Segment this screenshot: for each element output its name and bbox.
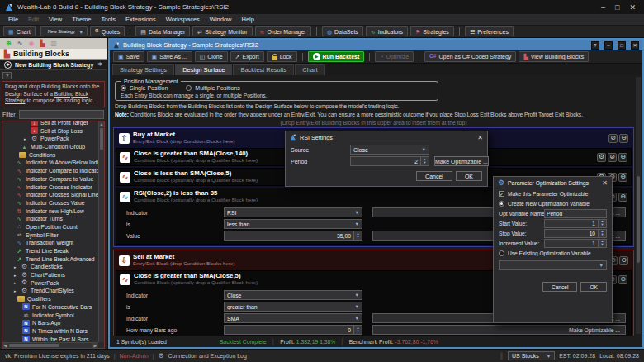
- tree-item[interactable]: N Times within N Bars: [2, 327, 98, 336]
- menu-item[interactable]: Extensions: [121, 15, 161, 24]
- new-building-block-strategy-button[interactable]: + New Building Block Strategy ✶: [0, 60, 107, 70]
- scroll-left-icon[interactable]: ◀: [2, 343, 8, 348]
- strategy-toolbar-button[interactable]: Clone: [195, 51, 228, 62]
- delete-block-icon[interactable]: ⊖: [618, 275, 627, 284]
- strategy-tab[interactable]: Backtest Results: [233, 64, 294, 75]
- strategy-tab[interactable]: Design Surface: [175, 64, 232, 75]
- help-button[interactable]: ?: [2, 72, 12, 79]
- strategy-toolbar-button[interactable]: [369, 53, 370, 61]
- strategy-tab[interactable]: Chart: [295, 64, 324, 75]
- menu-item[interactable]: View: [44, 15, 67, 24]
- strategy-toolbar-button[interactable]: Export: [230, 51, 264, 62]
- strategy-toolbar-button[interactable]: Run Backtest: [308, 51, 365, 62]
- period-spinner[interactable]: 2▲▼: [350, 156, 429, 166]
- close-button[interactable]: ✕: [629, 3, 636, 12]
- tree-item[interactable]: For N Consecutive Bars: [2, 303, 98, 312]
- building-blocks-link[interactable]: Building Blocks: [187, 103, 225, 109]
- use-existing-variable-radio[interactable]: [499, 250, 504, 256]
- make-optimizable-checkbox[interactable]: ✓: [499, 191, 504, 197]
- toolbar-button[interactable]: Strategies: [410, 26, 454, 36]
- strategy-toolbar-button[interactable]: Optimize: [375, 51, 414, 62]
- toolbar-button[interactable]: Chart: [3, 26, 36, 36]
- expand-arrow-icon[interactable]: [24, 136, 28, 141]
- operator-select[interactable]: greater than▼: [224, 302, 362, 312]
- window-maximize-button[interactable]: □: [618, 41, 626, 50]
- toolbar-button[interactable]: Indicators: [366, 26, 408, 36]
- tree-item[interactable]: Trend Line Break Advanced: [2, 255, 98, 263]
- tree-vertical-scrollbar[interactable]: ▲: [98, 121, 104, 342]
- toolbar-button[interactable]: Quotes: [90, 26, 125, 36]
- toolbar-button[interactable]: Data Manager: [135, 26, 190, 36]
- existing-variable-select[interactable]: ▼: [499, 260, 607, 270]
- close-icon[interactable]: ✕: [477, 134, 483, 141]
- expand-arrow-icon[interactable]: [14, 273, 18, 278]
- tree-item[interactable]: Indicator % Above/Below Indi: [2, 159, 98, 167]
- value-spinner[interactable]: 35,00▲▼: [224, 231, 362, 241]
- tree-item[interactable]: Open Position Count: [2, 223, 98, 231]
- toolbar-button[interactable]: [316, 27, 317, 36]
- ok-button[interactable]: OK: [580, 282, 607, 292]
- strategy-toolbar-button[interactable]: View Building Blocks: [519, 51, 589, 62]
- source-select[interactable]: Close▼: [350, 145, 429, 155]
- toolbar-button[interactable]: Preferences: [465, 26, 514, 36]
- delete-block-icon[interactable]: ⊖: [619, 134, 628, 143]
- tree-item[interactable]: Indicator Compare to Indicato: [2, 167, 98, 175]
- tree-item[interactable]: PowerPack: [2, 279, 98, 287]
- expand-arrow-icon[interactable]: [14, 288, 18, 293]
- tree-item[interactable]: Indicator Crosses Value: [2, 199, 98, 207]
- toolbar-button[interactable]: [459, 27, 460, 36]
- pin-icon[interactable]: ✶: [97, 61, 102, 68]
- tree-item[interactable]: Transaction Weight: [2, 239, 98, 247]
- menu-item[interactable]: File: [3, 15, 23, 24]
- scroll-right-icon[interactable]: ▶: [92, 343, 98, 348]
- toolbar-button[interactable]: Order Manager: [255, 26, 311, 36]
- create-new-variable-radio[interactable]: [499, 201, 504, 207]
- block-settings-gear-icon[interactable]: ⚙: [597, 153, 606, 162]
- operator-select[interactable]: less than▼: [224, 219, 362, 229]
- delete-block-icon[interactable]: ⊖: [618, 173, 627, 182]
- menu-item[interactable]: Help: [237, 15, 259, 24]
- indicator-select[interactable]: RSI▼: [224, 207, 362, 217]
- window-help-button[interactable]: ?: [591, 41, 599, 50]
- multiple-positions-radio[interactable]: [186, 85, 192, 91]
- spinner-arrows-icon[interactable]: ▲▼: [598, 229, 607, 238]
- tree-item[interactable]: Indicator Compare to Value: [2, 175, 98, 183]
- tree-horizontal-scrollbar[interactable]: ◀ ▶: [2, 342, 98, 348]
- spinner-arrows-icon[interactable]: ▲▼: [353, 325, 362, 335]
- tree-item[interactable]: Indicator new High/Low: [2, 207, 98, 215]
- expand-arrow-icon[interactable]: [14, 280, 18, 285]
- menu-item[interactable]: Window: [205, 15, 237, 24]
- strategy-toolbar-button[interactable]: Lock: [267, 51, 297, 62]
- quickbar-icon[interactable]: [51, 40, 58, 47]
- make-optimizable-button[interactable]: Make Optimizable ...: [372, 325, 626, 335]
- indicator-select[interactable]: Close▼: [224, 290, 362, 300]
- strategy-tab[interactable]: Strategy Settings: [112, 64, 174, 75]
- window-minimize-button[interactable]: –: [604, 41, 613, 50]
- disable-block-icon[interactable]: ⊘: [608, 153, 617, 162]
- start-value-spinner[interactable]: 1▲▼: [544, 219, 607, 228]
- disable-block-icon[interactable]: ⊘: [608, 134, 618, 143]
- tree-item[interactable]: Symbol Filter: [2, 231, 98, 239]
- bars-ago-spinner[interactable]: 0▲▼: [224, 325, 362, 335]
- single-position-radio[interactable]: [121, 85, 126, 91]
- menu-item[interactable]: Theme: [67, 15, 96, 24]
- tree-item[interactable]: Trend Line Break: [2, 247, 98, 255]
- spinner-arrows-icon[interactable]: ▲▼: [420, 156, 429, 166]
- stop-value-spinner[interactable]: 10▲▼: [544, 229, 607, 238]
- scroll-up-icon[interactable]: ▲: [99, 121, 104, 127]
- surface-vertical-scrollbar[interactable]: [636, 77, 641, 334]
- maximize-button[interactable]: □: [615, 3, 619, 12]
- spinner-arrows-icon[interactable]: ▲▼: [598, 239, 607, 248]
- close-icon[interactable]: ✕: [602, 179, 608, 187]
- toolbar-button[interactable]: Strategy Monitor: [192, 26, 252, 36]
- cancel-button[interactable]: Cancel: [416, 171, 452, 181]
- increment-value-spinner[interactable]: 1▲▼: [544, 239, 607, 248]
- spinner-arrows-icon[interactable]: ▲▼: [598, 219, 607, 228]
- indicator-select[interactable]: SMA▼: [224, 313, 362, 323]
- toolbar-button[interactable]: [130, 27, 130, 36]
- tree-item[interactable]: Sell at Stop Loss: [2, 126, 98, 135]
- quickbar-icon[interactable]: [6, 40, 12, 47]
- opt-variable-name-input[interactable]: Period: [544, 209, 607, 218]
- minimize-button[interactable]: –: [601, 3, 605, 12]
- tree-item[interactable]: Indicator Turns: [2, 215, 98, 223]
